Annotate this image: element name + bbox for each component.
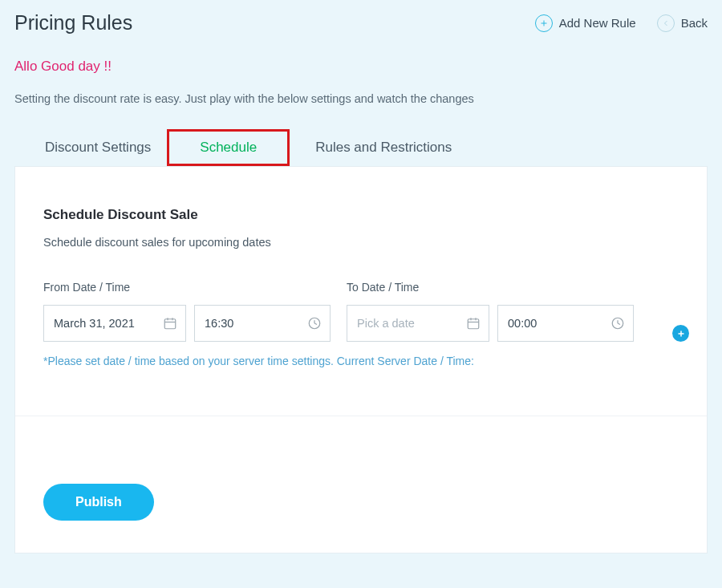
clock-icon (307, 316, 322, 330)
calendar-icon (163, 316, 177, 330)
card-title: Schedule Discount Sale (43, 207, 679, 223)
tabs: Discount Settings Schedule Rules and Res… (29, 129, 708, 166)
from-date-value: March 31, 2021 (54, 317, 135, 330)
to-date-placeholder: Pick a date (357, 317, 415, 330)
add-row-area (672, 325, 689, 342)
card-desc: Schedule discount sales for upcoming dat… (43, 236, 679, 249)
from-time-group: 16:30 (194, 305, 331, 342)
server-time-note: *Please set date / time based on your se… (43, 355, 679, 367)
to-time-group: 00:00 (497, 305, 634, 342)
from-date-label: From Date / Time (43, 281, 186, 294)
svg-rect-9 (468, 319, 479, 329)
header-row: Pricing Rules Add New Rule Back (14, 8, 708, 51)
card-footer: Publish (43, 416, 679, 545)
calendar-icon (466, 316, 481, 330)
tab-rules-restrictions[interactable]: Rules and Restrictions (299, 132, 468, 164)
page-title: Pricing Rules (14, 11, 132, 34)
from-time-value: 16:30 (205, 317, 233, 330)
to-time-input[interactable]: 00:00 (497, 305, 634, 342)
subtitle-text: Setting the discount rate is easy. Just … (14, 92, 708, 105)
to-date-input[interactable]: Pick a date (347, 305, 489, 342)
to-date-label: To Date / Time (347, 281, 489, 294)
fields-row: From Date / Time March 31, 2021 16:30 (43, 281, 679, 342)
to-time-value: 00:00 (508, 317, 537, 330)
add-schedule-button[interactable] (672, 325, 689, 342)
from-time-input[interactable]: 16:30 (194, 305, 331, 342)
add-new-rule-button[interactable]: Add New Rule (535, 14, 636, 32)
svg-rect-2 (164, 319, 176, 329)
tab-discount-settings[interactable]: Discount Settings (29, 132, 167, 164)
from-date-input[interactable]: March 31, 2021 (43, 305, 186, 342)
back-button[interactable]: Back (657, 14, 708, 32)
clock-icon (610, 316, 625, 330)
svg-line-15 (618, 323, 620, 325)
chevron-left-icon (657, 14, 675, 32)
to-date-group: To Date / Time Pick a date (347, 281, 489, 342)
publish-button[interactable]: Publish (43, 484, 154, 521)
back-label: Back (681, 16, 708, 30)
tab-schedule[interactable]: Schedule (167, 129, 290, 166)
from-date-group: From Date / Time March 31, 2021 (43, 281, 186, 342)
greeting-text: Allo Good day !! (14, 59, 708, 75)
header-actions: Add New Rule Back (535, 14, 708, 32)
plus-circle-icon (535, 14, 553, 32)
svg-line-8 (314, 323, 317, 325)
add-new-rule-label: Add New Rule (559, 16, 636, 30)
schedule-card: Schedule Discount Sale Schedule discount… (14, 166, 708, 554)
